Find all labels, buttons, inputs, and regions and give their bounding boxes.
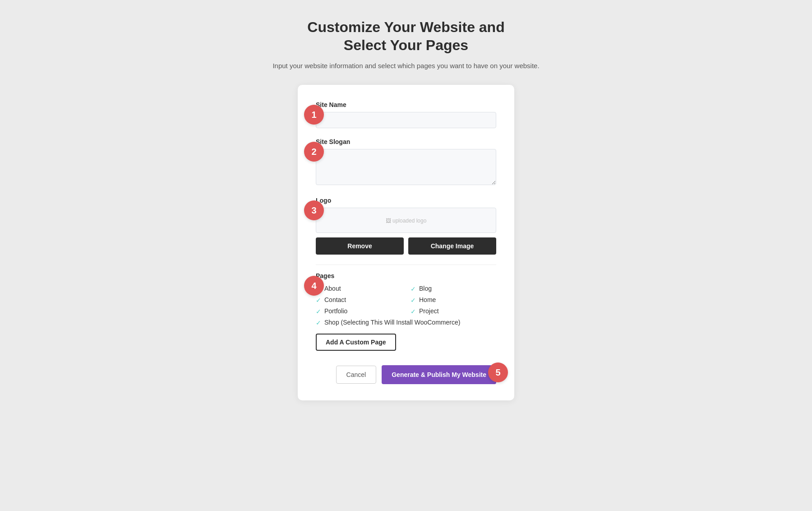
form-footer: Cancel Generate & Publish My Website 5: [316, 361, 496, 384]
checkmark-shop-icon: ✓: [316, 319, 321, 326]
step-5-bubble: 5: [488, 362, 508, 382]
divider: [316, 265, 496, 265]
logo-section: 3 Logo 🖼 uploaded logo Remove Change Ima…: [316, 197, 496, 255]
page-shop-label: Shop (Selecting This Will Install WooCom…: [324, 319, 460, 326]
logo-buttons: Remove Change Image: [316, 237, 496, 255]
step-2-bubble: 2: [304, 142, 324, 162]
page-item-project[interactable]: ✓ Project: [411, 307, 496, 315]
site-name-section: 1 Site Name: [316, 101, 496, 128]
change-image-button[interactable]: Change Image: [408, 237, 496, 255]
pages-label: Pages: [316, 272, 496, 279]
remove-logo-button[interactable]: Remove: [316, 237, 404, 255]
site-slogan-section: 2 Site Slogan: [316, 138, 496, 187]
checkmark-project-icon: ✓: [411, 308, 416, 315]
checkmark-blog-icon: ✓: [411, 285, 416, 293]
site-name-input[interactable]: [316, 112, 496, 128]
step-3-bubble: 3: [304, 200, 324, 220]
site-name-label: Site Name: [316, 101, 496, 108]
checkmark-contact-icon: ✓: [316, 297, 321, 304]
add-custom-page-container: Add A Custom Page: [316, 326, 496, 351]
page-item-shop[interactable]: ✓ Shop (Selecting This Will Install WooC…: [316, 319, 496, 326]
step-1-bubble: 1: [304, 105, 324, 125]
logo-label: Logo: [316, 197, 496, 204]
logo-preview: 🖼 uploaded logo: [316, 208, 496, 233]
page-title: Customize Your Website and Select Your P…: [272, 18, 539, 54]
page-about-label: About: [324, 285, 341, 292]
page-project-label: Project: [419, 307, 439, 315]
pages-grid: ✓ About ✓ Blog ✓ Contact ✓ Home ✓ Po: [316, 285, 496, 326]
site-slogan-input[interactable]: [316, 149, 496, 185]
page-item-home[interactable]: ✓ Home: [411, 296, 496, 304]
page-item-contact[interactable]: ✓ Contact: [316, 296, 401, 304]
step-4-bubble: 4: [304, 276, 324, 296]
add-custom-page-button[interactable]: Add A Custom Page: [316, 334, 396, 351]
logo-preview-text: 🖼 uploaded logo: [386, 218, 427, 224]
page-contact-label: Contact: [324, 296, 346, 303]
page-item-blog[interactable]: ✓ Blog: [411, 285, 496, 293]
checkmark-home-icon: ✓: [411, 297, 416, 304]
page-item-about[interactable]: ✓ About: [316, 285, 401, 293]
pages-section: 4 Pages ✓ About ✓ Blog ✓ Contact ✓: [316, 272, 496, 351]
checkmark-portfolio-icon: ✓: [316, 308, 321, 315]
page-home-label: Home: [419, 296, 436, 303]
page-portfolio-label: Portfolio: [324, 307, 347, 315]
publish-button[interactable]: Generate & Publish My Website: [382, 365, 496, 384]
form-card: 1 Site Name 2 Site Slogan 3 Logo 🖼 uploa…: [298, 85, 514, 400]
site-slogan-label: Site Slogan: [316, 138, 496, 145]
page-item-portfolio[interactable]: ✓ Portfolio: [316, 307, 401, 315]
page-subtitle: Input your website information and selec…: [272, 60, 539, 71]
page-blog-label: Blog: [419, 285, 432, 292]
cancel-button[interactable]: Cancel: [336, 366, 377, 384]
